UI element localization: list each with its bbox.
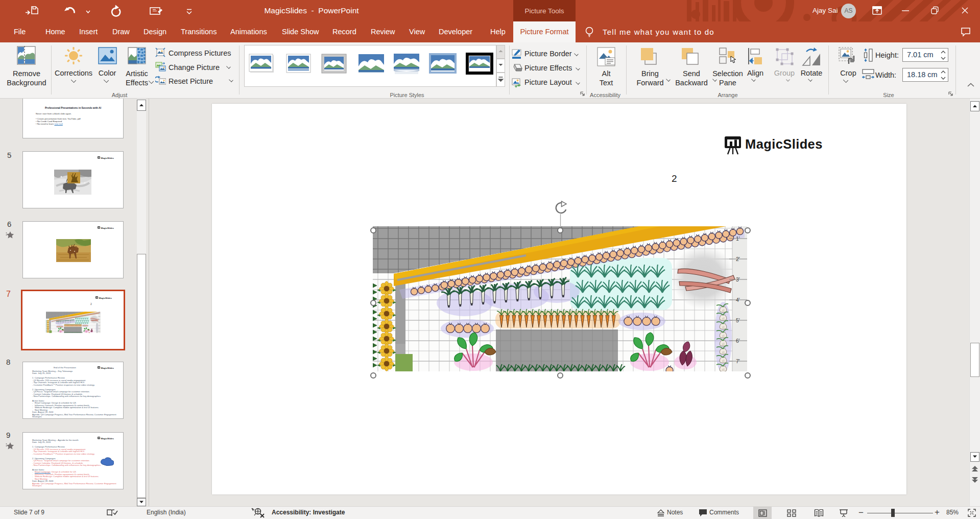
svg-text:MagicSlides: MagicSlides bbox=[745, 137, 823, 151]
svg-text:MagicSlides: MagicSlides bbox=[101, 227, 114, 229]
svg-text:MagicSlides: MagicSlides bbox=[101, 157, 114, 159]
svg-text:MagicSlides: MagicSlides bbox=[101, 367, 114, 369]
svg-text:MagicSlides: MagicSlides bbox=[99, 297, 112, 299]
